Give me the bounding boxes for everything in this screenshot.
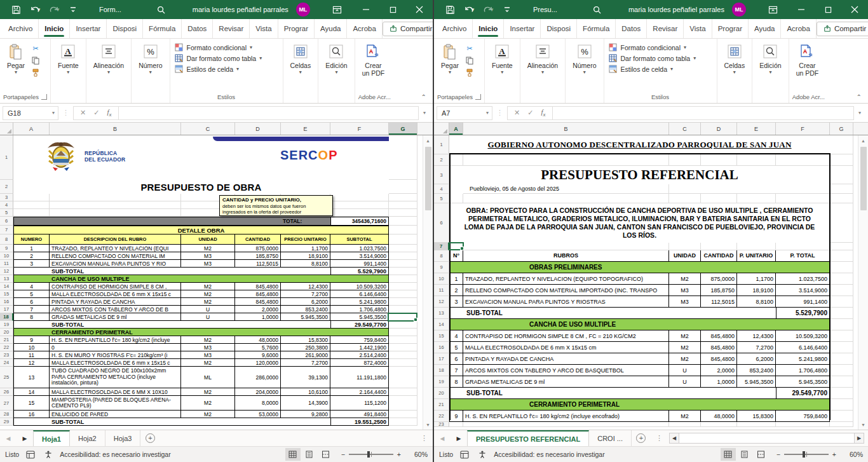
ribbon-tab-datos[interactable]: Datos [182,19,213,38]
cell-subtotal[interactable]: 872,4000 [330,359,389,367]
cell-unit[interactable]: M2 [181,388,235,396]
cell-number[interactable]: 1 [449,273,463,285]
cell-quantity[interactable]: 845,4800 [701,330,737,342]
subtotal-value[interactable]: 5.529,7900 [776,308,830,319]
cell-unit-price[interactable]: 250,3800 [281,344,330,351]
column-header-C[interactable]: C [669,123,701,135]
cell-description[interactable]: GRADAS METALICAS DE 9 ml [463,376,669,388]
view-page-break-icon[interactable] [754,448,769,461]
view-page-layout-icon[interactable] [737,448,752,461]
ribbon-tab-prograr[interactable]: Prograr [712,19,749,38]
cell-description[interactable]: MALLA ELECTROSOLDADA DE 6 mm x 15x15 c [50,359,181,367]
scroll-left-icon[interactable]: ◀ [669,433,679,444]
cells-button[interactable]: Celdas▾ [721,41,749,77]
cell-unit[interactable]: M2 [181,359,235,367]
create-pdf-button[interactable]: A Crearun PDF [792,41,823,79]
obra-description[interactable]: OBRA: PROYECTO PARA LA CONSTRUCCIÓN DE C… [449,203,830,243]
cell-quantity[interactable]: 845,4800 [235,290,281,298]
column-header-D[interactable]: D [235,123,281,135]
cell-unit-price[interactable]: 5.945,3500 [281,313,330,321]
cell-unit-price[interactable]: 12,4300 [281,283,330,290]
cell-number[interactable]: 4 [13,283,50,290]
cell-description[interactable]: RELLENO COMPACTADO CON MATERIAL IM [50,252,181,260]
ribbon-tab-acroba[interactable]: Acroba [781,19,816,38]
collapse-ribbon-icon[interactable]: ⌃ [417,93,433,103]
cell-styles-button[interactable]: Estilos de celda▾ [609,65,696,73]
org-title[interactable]: GOBIERNO AUTONOMO DESCENTRALIZADO PARROQ… [449,135,830,154]
row-header-14[interactable]: 14 [434,319,449,330]
close-button[interactable] [841,0,868,19]
table-header-3[interactable]: CANTIDAD [235,234,281,245]
scroll-up-icon[interactable]: ▲ [423,135,433,146]
number-button[interactable]: % Número▾ [135,41,166,77]
column-header-D[interactable]: D [701,123,737,135]
accessibility-icon[interactable] [42,448,55,461]
row-header-7[interactable]: 7 [434,243,449,250]
cell-subtotal[interactable]: 1.706,4800 [330,306,389,313]
create-pdf-button[interactable]: A Crearun PDF [358,41,389,79]
cell-number[interactable]: 5 [449,342,463,353]
cell-unit[interactable]: M2 [669,342,701,353]
ribbon-tab-disposi[interactable]: Disposi [541,19,577,38]
cell-unit-price[interactable]: 15,8300 [737,411,776,422]
scroll-down-icon[interactable]: ▼ [423,419,433,430]
format-painter-icon[interactable] [464,67,475,78]
row-header-18[interactable]: 18 [0,313,13,321]
cell-quantity[interactable]: 875,0000 [235,245,281,252]
horizontal-scrollbar[interactable]: ◀ ▶ [669,433,864,444]
format-as-table-button[interactable]: Dar formato como tabla▾ [609,54,696,62]
grid-right[interactable]: 1GOBIERNO AUTONOMO DESCENTRALIZADO PARRO… [434,135,857,430]
ribbon-tab-archivo[interactable]: Archivo [437,19,473,38]
zoom-in-icon[interactable]: + [397,451,401,458]
column-header-A[interactable]: A [13,123,50,135]
formula-input[interactable] [553,106,854,120]
cell-number[interactable]: 16 [13,411,50,418]
number-button[interactable]: % Número▾ [569,41,600,77]
search-icon[interactable] [152,0,171,19]
ribbon-tab-inicio[interactable]: Inicio [473,19,504,38]
share-button[interactable]: Compartir [383,22,434,36]
horizontal-scrollbar-track[interactable] [679,433,854,444]
copy-icon[interactable] [30,55,41,65]
scroll-down-icon[interactable]: ▼ [858,419,868,430]
cell-subtotal[interactable]: 10.509,3200 [776,330,830,342]
cell-description[interactable]: ENLUCIDO DE PARED [50,411,181,418]
cell-subtotal[interactable]: 491,8400 [330,411,389,418]
formula-input[interactable] [119,106,419,120]
cell-subtotal[interactable]: 115,1200 [330,396,389,411]
cell-subtotal[interactable]: 1.442,1900 [330,344,389,351]
cell-subtotal[interactable]: 991,1400 [776,296,830,308]
cell-subtotal[interactable]: 5.945,3500 [330,313,389,321]
column-header-E[interactable]: E [737,123,776,135]
cell-unit[interactable]: M3 [669,296,701,308]
name-box[interactable]: G18▾ [3,106,58,120]
redo-icon[interactable]: ▾ [44,0,64,19]
ribbon-tab-datos[interactable]: Datos [616,19,647,38]
cell-quantity[interactable]: 48,0000 [235,336,281,344]
cell-quantity[interactable]: 875,0000 [701,273,737,285]
scroll-up-icon[interactable]: ▲ [858,135,868,146]
cell-subtotal[interactable]: 1.023,7500 [776,273,830,285]
row-header-20[interactable]: 20 [434,388,449,399]
column-header-B[interactable]: B [50,123,181,135]
cell-number[interactable]: 7 [13,306,50,313]
row-header-5[interactable]: 5 [434,194,449,203]
table-header-0[interactable]: N° [449,250,463,262]
cell-subtotal[interactable]: 6.146,6400 [330,290,389,298]
ribbon-tab-vista[interactable]: Vista [250,19,278,38]
row-header-8[interactable]: 8 [0,234,13,245]
cell-unit-price[interactable]: 6,2000 [281,298,330,306]
row-header-18[interactable]: 18 [434,365,449,376]
ribbon-tab-insertar[interactable]: Insertar [70,19,107,38]
cell-unit[interactable]: M2 [669,273,701,285]
insert-function-icon[interactable]: fx [541,108,545,118]
view-page-layout-icon[interactable] [302,448,317,461]
cell-unit[interactable]: M2 [181,298,235,306]
row-header-20[interactable]: 20 [0,329,13,336]
cell-unit[interactable]: M3 [181,252,235,260]
row-header-22[interactable]: 22 [434,411,449,422]
cell-number[interactable]: 9 [449,411,463,422]
table-header-0[interactable]: NUMERO [13,234,50,245]
cell-quantity[interactable]: 1,0000 [701,376,737,388]
accessibility-icon[interactable] [476,448,489,461]
